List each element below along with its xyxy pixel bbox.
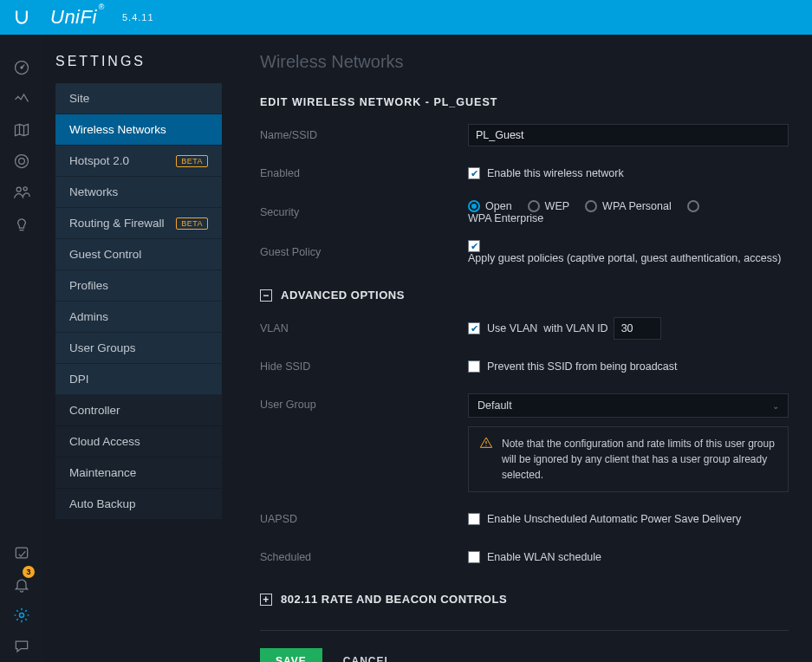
nav-networks[interactable]: Networks <box>55 177 222 208</box>
checkbox-guest-policy[interactable] <box>468 240 480 252</box>
nav-dpi[interactable]: DPI <box>55 364 222 395</box>
minus-icon: − <box>260 289 272 302</box>
radio-open[interactable] <box>468 200 480 212</box>
nav-user-groups[interactable]: User Groups <box>55 333 222 364</box>
radio-wep-label[interactable]: WEP <box>545 200 569 212</box>
expander-rate[interactable]: + 802.11 RATE AND BEACON CONTROLS <box>260 593 789 606</box>
svg-point-2 <box>19 159 25 165</box>
beta-badge: BETA <box>176 155 208 167</box>
user-group-value: Default <box>477 399 512 412</box>
page-title: Wireless Networks <box>260 52 789 72</box>
checkbox-vlan[interactable] <box>468 322 480 334</box>
input-ssid[interactable] <box>468 124 789 146</box>
label-scheduled: Scheduled <box>260 551 468 563</box>
user-group-note-text: Note that the configuration and rate lim… <box>502 436 777 483</box>
divider <box>260 630 789 631</box>
nav-label: Admins <box>69 310 108 323</box>
vlan-text-b: with VLAN ID <box>543 322 607 334</box>
radio-wpa-enterprise-label[interactable]: WPA Enterprise <box>468 212 543 224</box>
svg-point-3 <box>16 155 29 168</box>
label-ssid: Name/SSID <box>260 129 468 141</box>
row-user-group: User Group Default ⌄ Note that the confi… <box>260 393 789 492</box>
nav-guest-control[interactable]: Guest Control <box>55 239 222 270</box>
version-label: 5.4.11 <box>122 12 154 23</box>
rate-title: 802.11 RATE AND BEACON CONTROLS <box>281 593 507 606</box>
nav-hotspot[interactable]: Hotspot 2.0BETA <box>55 146 222 177</box>
select-user-group[interactable]: Default ⌄ <box>468 393 789 418</box>
nav-label: Wireless Networks <box>69 123 166 136</box>
nav-label: DPI <box>69 373 89 386</box>
nav-label: Guest Control <box>69 248 141 261</box>
clients-icon[interactable] <box>0 177 43 208</box>
radio-wpa-personal-label[interactable]: WPA Personal <box>602 200 672 212</box>
checkbox-enabled[interactable] <box>468 167 480 179</box>
expander-advanced[interactable]: − ADVANCED OPTIONS <box>260 289 789 302</box>
events-icon[interactable] <box>0 537 43 568</box>
label-enabled: Enabled <box>260 167 468 179</box>
beta-badge: BETA <box>176 217 208 230</box>
section-title: EDIT WIRELESS NETWORK - PL_GUEST <box>260 96 789 108</box>
nav-controller[interactable]: Controller <box>55 395 222 426</box>
alerts-icon[interactable]: 3 <box>0 568 43 600</box>
hide-ssid-text: Prevent this SSID from being broadcast <box>487 360 678 373</box>
nav-profiles[interactable]: Profiles <box>55 270 222 302</box>
insights-icon[interactable] <box>0 208 43 239</box>
svg-point-7 <box>20 613 24 618</box>
row-vlan: VLAN Use VLAN with VLAN ID <box>260 317 789 340</box>
nav-label: Maintenance <box>69 466 136 479</box>
row-hide-ssid: Hide SSID Prevent this SSID from being b… <box>260 355 789 378</box>
label-vlan: VLAN <box>260 322 468 334</box>
left-sidebar: 3 <box>0 35 43 662</box>
advanced-title: ADVANCED OPTIONS <box>281 289 405 302</box>
form-area: Wireless Networks EDIT WIRELESS NETWORK … <box>234 35 812 662</box>
nav-wireless-networks[interactable]: Wireless Networks <box>55 114 222 146</box>
row-scheduled: Scheduled Enable WLAN schedule <box>260 546 789 568</box>
label-hide-ssid: Hide SSID <box>260 360 468 373</box>
nav-routing-firewall[interactable]: Routing & FirewallBETA <box>55 208 222 239</box>
radio-open-label[interactable]: Open <box>485 200 512 212</box>
label-user-group: User Group <box>260 393 468 411</box>
row-ssid: Name/SSID <box>260 124 789 146</box>
nav-label: Cloud Access <box>69 435 140 448</box>
row-enabled: Enabled Enable this wireless network <box>260 162 789 185</box>
radio-wep[interactable] <box>528 200 540 212</box>
brand-text: UniFi <box>50 6 97 28</box>
checkbox-uapsd[interactable] <box>468 513 480 525</box>
chat-icon[interactable] <box>0 631 43 662</box>
svg-point-1 <box>21 67 23 69</box>
nav-label: Site <box>69 92 89 105</box>
nav-label: Routing & Firewall <box>69 217 165 230</box>
scheduled-text: Enable WLAN schedule <box>487 551 601 563</box>
dashboard-icon[interactable] <box>0 52 43 83</box>
settings-icon[interactable] <box>0 600 43 631</box>
nav-admins[interactable]: Admins <box>55 302 222 333</box>
devices-icon[interactable] <box>0 146 43 177</box>
vlan-text-a: Use VLAN <box>487 322 537 334</box>
input-vlan-id[interactable] <box>614 317 661 340</box>
radio-wpa-personal[interactable] <box>585 200 597 212</box>
nav-label: User Groups <box>69 341 136 354</box>
nav-cloud-access[interactable]: Cloud Access <box>55 426 222 458</box>
content: SETTINGS Site Wireless Networks Hotspot … <box>43 35 812 662</box>
radio-wpa-enterprise[interactable] <box>687 200 699 212</box>
checkbox-hide-ssid[interactable] <box>468 360 480 373</box>
label-uapsd: UAPSD <box>260 513 468 525</box>
map-icon[interactable] <box>0 114 43 146</box>
nav-label: Auto Backup <box>69 497 136 510</box>
label-security: Security <box>260 206 468 218</box>
checkbox-scheduled[interactable] <box>468 551 480 563</box>
row-security: Security Open WEP WPA Personal WPA Enter… <box>260 200 789 224</box>
guest-policy-text: Apply guest policies (captive portal, gu… <box>468 252 781 264</box>
row-guest-policy: Guest Policy Apply guest policies (capti… <box>260 240 789 264</box>
actions: SAVE CANCEL <box>260 648 789 662</box>
cancel-button[interactable]: CANCEL <box>343 655 392 662</box>
save-button[interactable]: SAVE <box>260 648 322 662</box>
warning-icon <box>479 436 493 452</box>
chevron-down-icon: ⌄ <box>772 401 779 411</box>
brand-label: UniFi® <box>50 6 105 29</box>
nav-label: Profiles <box>69 279 108 292</box>
nav-auto-backup[interactable]: Auto Backup <box>55 489 222 520</box>
statistics-icon[interactable] <box>0 83 43 114</box>
nav-site[interactable]: Site <box>55 83 222 114</box>
nav-maintenance[interactable]: Maintenance <box>55 458 222 489</box>
